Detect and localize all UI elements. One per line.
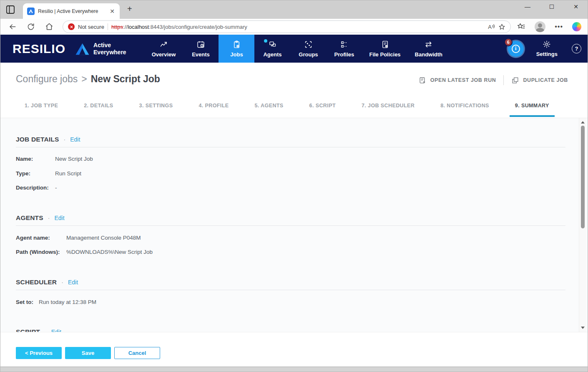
scrollbar-up-icon[interactable] <box>579 119 586 125</box>
agents-edit-link[interactable]: Edit <box>54 215 64 221</box>
copilot-icon[interactable] <box>572 22 581 31</box>
actions-divider <box>503 75 504 85</box>
new-tab-button[interactable]: + <box>127 4 132 14</box>
cancel-button[interactable]: Cancel <box>114 347 160 359</box>
nav-item-bandwidth[interactable]: Bandwidth <box>408 35 450 63</box>
nav-item-file-policies[interactable]: File Policies <box>362 35 407 63</box>
url-path: :8443/jobs/configure/create/job-summary <box>149 24 247 30</box>
scheduler-title: SCHEDULER <box>16 278 57 286</box>
not-secure-label[interactable]: Not secure <box>78 24 104 30</box>
browser-menu-icon[interactable]: ••• <box>555 23 563 30</box>
open-latest-job-run-button[interactable]: OPEN LATEST JOB RUN <box>419 76 496 84</box>
browser-toolbar: Not secure https://localhost:8443/jobs/c… <box>0 19 588 35</box>
job-details-edit-link[interactable]: Edit <box>70 136 80 143</box>
tab-close-icon[interactable]: ✕ <box>109 8 116 15</box>
nav-label-jobs: Jobs <box>230 51 243 58</box>
scrollbar-down-icon[interactable] <box>579 325 586 331</box>
job-details-title: JOB DETAILS <box>16 136 59 143</box>
resilio-wordmark: RESILIO <box>13 42 65 56</box>
agents-section-header: AGENTS · Edit <box>16 214 65 222</box>
favorite-star-icon[interactable] <box>498 23 505 30</box>
tab-details[interactable]: 2. DETAILS <box>84 103 113 117</box>
tab-agents[interactable]: 5. AGENTS <box>254 103 283 117</box>
wizard-tabs: 1. JOB TYPE 2. DETAILS 3. SETTINGS 4. PR… <box>25 103 549 117</box>
tab-actions-menu-icon[interactable] <box>5 5 15 15</box>
bandwidth-arrows-icon <box>424 40 433 49</box>
previous-button[interactable]: < Previous <box>16 347 62 359</box>
breadcrumb: Configure jobs > New Script Job <box>16 73 160 85</box>
page-header: Configure jobs > New Script Job OPEN LAT… <box>0 63 588 118</box>
summary-content: JOB DETAILS · Edit Name: New Script Job … <box>0 118 588 332</box>
product-line1: Active <box>93 42 111 48</box>
scheduler-section-header: SCHEDULER · Edit <box>16 278 78 286</box>
tab-profile[interactable]: 4. PROFILE <box>199 103 229 117</box>
gear-icon <box>543 40 551 48</box>
nav-item-groups[interactable]: Groups <box>290 35 326 63</box>
tab-job-type[interactable]: 1. JOB TYPE <box>25 103 58 117</box>
tab-notifications[interactable]: 8. NOTIFICATIONS <box>440 103 489 117</box>
divider <box>16 147 565 147</box>
tab-settings[interactable]: 3. SETTINGS <box>139 103 173 117</box>
refresh-icon[interactable] <box>27 23 35 31</box>
nav-item-events[interactable]: Events <box>183 35 219 63</box>
scrollbar-thumb[interactable] <box>581 126 585 228</box>
nav-label-file-policies: File Policies <box>369 51 400 58</box>
footer-bar: < Previous Save Cancel <box>0 332 588 367</box>
nav-item-profiles[interactable]: Profiles <box>326 35 362 63</box>
jobs-clipboard-icon <box>232 40 241 49</box>
favorites-bar-icon[interactable] <box>517 23 525 31</box>
content-scrollbar[interactable] <box>579 118 586 332</box>
nav-item-settings[interactable]: Settings <box>536 40 558 57</box>
nav-item-agents[interactable]: Agents <box>254 35 290 63</box>
breadcrumb-parent[interactable]: Configure jobs <box>16 73 78 85</box>
file-policies-icon <box>381 40 389 49</box>
tab-summary[interactable]: 9. SUMMARY <box>515 103 549 117</box>
events-calendar-icon <box>196 40 205 49</box>
agents-title: AGENTS <box>16 214 43 222</box>
tab-job-scheduler[interactable]: 7. JOB SCHEDULER <box>362 103 415 117</box>
job-name-row: Name: New Script Job <box>16 156 93 162</box>
browser-titlebar: Resilio | Active Everywhere ✕ + — ☐ ✕ <box>0 0 588 19</box>
back-icon[interactable] <box>8 23 17 31</box>
profile-avatar[interactable] <box>535 21 545 32</box>
window-bottom-edge <box>0 367 588 372</box>
brand: RESILIO ActiveEverywhere <box>0 35 126 63</box>
resilio-logo-icon <box>75 42 90 56</box>
info-icon: i <box>512 45 520 53</box>
overview-chart-icon <box>159 40 168 49</box>
address-bar[interactable]: Not secure https://localhost:8443/jobs/c… <box>63 20 511 33</box>
url-host: localhost <box>128 24 149 30</box>
browser-window: Resilio | Active Everywhere ✕ + — ☐ ✕ No… <box>0 0 588 372</box>
duplicate-icon <box>511 76 519 84</box>
url-text[interactable]: https://localhost:8443/jobs/configure/cr… <box>111 24 247 30</box>
groups-icon <box>304 40 313 49</box>
agents-notification-dot <box>264 39 267 43</box>
open-job-run-icon <box>419 76 427 84</box>
not-secure-icon <box>68 23 75 30</box>
nav-item-overview[interactable]: Overview <box>145 35 183 63</box>
window-close-button[interactable]: ✕ <box>573 3 579 10</box>
browser-tab[interactable]: Resilio | Active Everywhere ✕ <box>23 3 120 19</box>
breadcrumb-separator: > <box>81 73 87 85</box>
address-divider <box>108 23 108 30</box>
url-separator: :// <box>123 24 128 30</box>
nav-label-agents: Agents <box>263 51 281 58</box>
duplicate-job-button[interactable]: DUPLICATE JOB <box>511 76 568 84</box>
nav-item-jobs[interactable]: Jobs <box>219 35 254 63</box>
help-button[interactable]: ? <box>572 44 581 53</box>
scheduler-edit-link[interactable]: Edit <box>68 279 78 286</box>
duplicate-label: DUPLICATE JOB <box>523 77 568 83</box>
save-button[interactable]: Save <box>65 347 111 359</box>
nav-label-profiles: Profiles <box>334 51 354 58</box>
help-icon: ? <box>575 46 578 52</box>
page-title: New Script Job <box>91 73 160 85</box>
agents-devices-icon <box>268 40 277 49</box>
read-aloud-icon[interactable]: A <box>488 24 495 30</box>
tab-script[interactable]: 6. SCRIPT <box>309 103 336 117</box>
home-icon[interactable] <box>45 23 53 31</box>
window-minimize-button[interactable]: — <box>525 3 530 10</box>
nav-label-settings: Settings <box>536 51 558 57</box>
profiles-icon <box>340 40 349 49</box>
info-button[interactable]: 6 i <box>508 41 524 57</box>
window-maximize-button[interactable]: ☐ <box>549 3 555 10</box>
